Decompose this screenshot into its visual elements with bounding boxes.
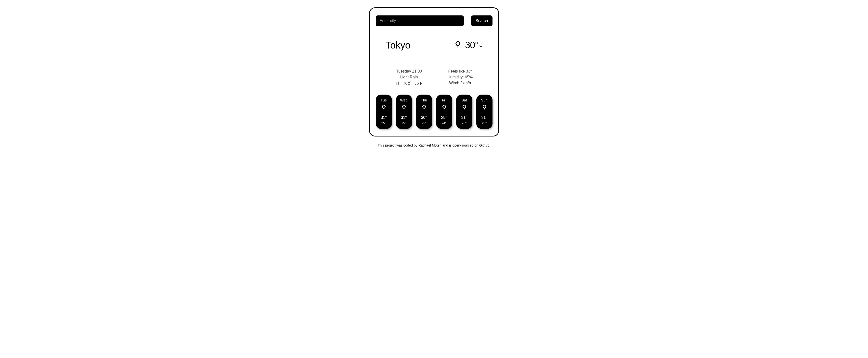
- footer-middle: and is: [441, 143, 453, 147]
- forecast-card: Sat 31°26°: [456, 95, 472, 129]
- forecast-low: 25°: [402, 121, 406, 125]
- footer-text: This project was coded by Rachael Moten …: [378, 143, 490, 147]
- humidity-text: Humidity: 65%: [447, 75, 473, 79]
- forecast-high: 31°: [381, 116, 386, 120]
- forecast-card: Sun 31°25°: [476, 95, 493, 129]
- forecast-low: 25°: [381, 121, 386, 125]
- drizzle-icon: [481, 104, 488, 112]
- forecast-card: Thu 30°25°: [416, 95, 432, 129]
- forecast-card: Tue 31°25°: [376, 95, 392, 129]
- drizzle-icon: [441, 104, 447, 112]
- temperature-unit: C: [479, 43, 483, 48]
- right-details: Feels like 33° Humidity: 65% Wind: 2km/h: [447, 69, 473, 86]
- forecast-high: 30°: [421, 116, 427, 120]
- datetime-text: Tuesday 21:00: [396, 69, 422, 73]
- github-link[interactable]: open-sourced on Github.: [453, 143, 490, 147]
- svg-point-1: [383, 109, 384, 110]
- current-main-row: Tokyo 30° C: [376, 40, 493, 51]
- city-name: Tokyo: [385, 40, 410, 51]
- svg-point-3: [424, 109, 424, 110]
- forecast-day: Sat: [461, 98, 467, 102]
- wind-text: Wind: 2km/h: [449, 81, 471, 85]
- forecast-low: 25°: [422, 121, 427, 125]
- forecast-low: 26°: [462, 121, 467, 125]
- forecast-low: 25°: [482, 121, 487, 125]
- forecast-low: 24°: [442, 121, 446, 125]
- forecast-day: Fri: [442, 98, 446, 102]
- drizzle-icon: [461, 104, 468, 112]
- forecast-high: 31°: [461, 116, 467, 120]
- search-button[interactable]: Search: [471, 15, 493, 26]
- current-temperature: 30°: [465, 40, 478, 51]
- svg-point-6: [484, 109, 485, 110]
- forecast-day: Sun: [481, 98, 488, 102]
- forecast-day: Thu: [421, 98, 427, 102]
- weather-card: Search Tokyo 30° C Tuesday 21:00 Light R…: [369, 7, 499, 136]
- footer-prefix: This project was coded by: [378, 143, 418, 147]
- author-link[interactable]: Rachael Moten: [418, 143, 441, 147]
- condition-text: Light Rain: [400, 75, 418, 79]
- search-row: Search: [376, 15, 493, 26]
- forecast-card: Wed 31°25°: [396, 95, 412, 129]
- left-details: Tuesday 21:00 Light Rain ローズゴールド: [395, 69, 423, 86]
- svg-point-5: [464, 109, 465, 110]
- drizzle-icon: [421, 104, 428, 112]
- svg-point-0: [458, 47, 458, 48]
- svg-point-2: [403, 109, 404, 110]
- drizzle-icon: [401, 104, 407, 112]
- forecast-high: 31°: [481, 116, 487, 120]
- details-row: Tuesday 21:00 Light Rain ローズゴールド Feels l…: [376, 69, 493, 86]
- forecast-high: 31°: [401, 116, 407, 120]
- forecast-day: Wed: [400, 98, 408, 102]
- temperature-block: 30° C: [453, 40, 483, 51]
- city-search-input[interactable]: [376, 15, 464, 26]
- forecast-card: Fri 29°24°: [436, 95, 452, 129]
- forecast-row: Tue 31°25°Wed 31°25°Thu 30°25°Fri 29°24°…: [376, 95, 493, 129]
- svg-point-4: [444, 109, 444, 110]
- drizzle-icon: [380, 104, 387, 112]
- extra-text: ローズゴールド: [395, 81, 423, 86]
- feels-like-text: Feels like 33°: [448, 69, 472, 73]
- forecast-high: 29°: [441, 116, 447, 120]
- drizzle-icon: [453, 40, 463, 51]
- forecast-day: Tue: [381, 98, 387, 102]
